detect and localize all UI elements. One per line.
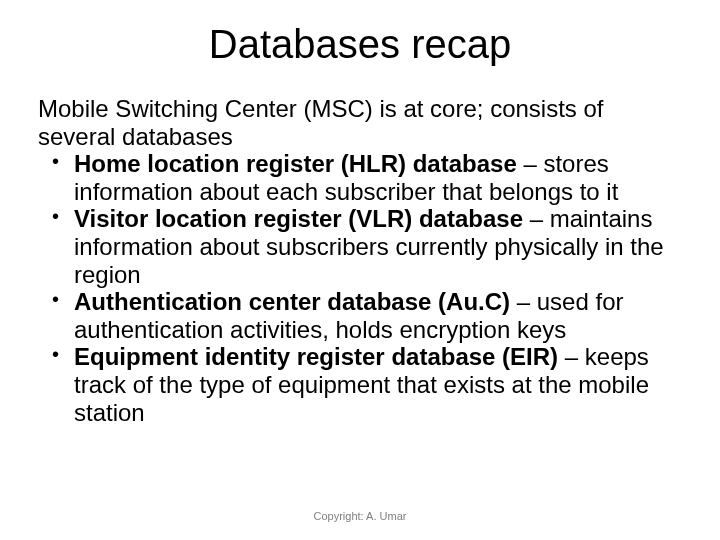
intro-text: Mobile Switching Center (MSC) is at core… (38, 95, 682, 150)
bullet-bold: Visitor location register (VLR) database (74, 205, 523, 232)
bullet-item: Visitor location register (VLR) database… (52, 205, 682, 288)
bullet-item: Home location register (HLR) database – … (52, 150, 682, 205)
bullet-item: Authentication center database (Au.C) – … (52, 288, 682, 343)
footer-copyright: Copyright: A. Umar (0, 510, 720, 522)
bullet-item: Equipment identity register database (EI… (52, 343, 682, 426)
slide-title: Databases recap (38, 22, 682, 67)
bullet-list: Home location register (HLR) database – … (52, 150, 682, 426)
bullet-bold: Equipment identity register database (EI… (74, 343, 558, 370)
bullet-bold: Authentication center database (Au.C) (74, 288, 510, 315)
slide: Databases recap Mobile Switching Center … (0, 0, 720, 540)
bullet-bold: Home location register (HLR) database (74, 150, 517, 177)
